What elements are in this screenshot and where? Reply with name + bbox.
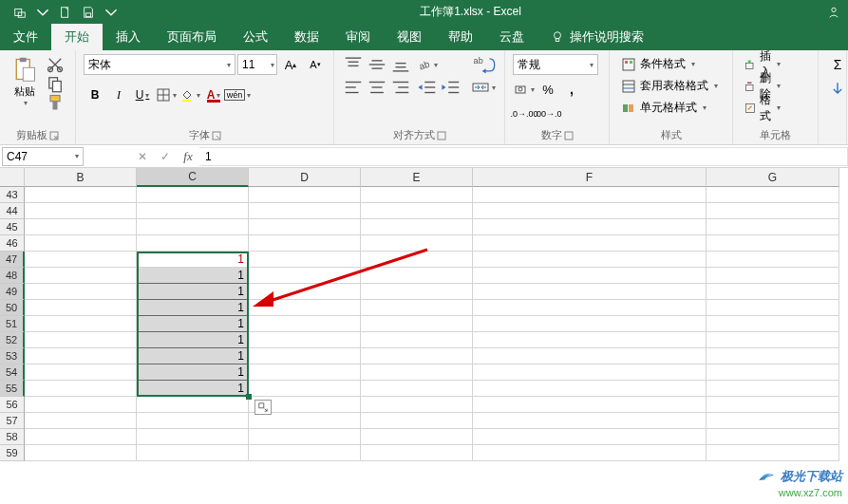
cell[interactable]: 1 — [137, 364, 249, 381]
cell[interactable]: 1 — [137, 316, 249, 332]
border-button[interactable]: ▾ — [155, 84, 178, 105]
row-header[interactable]: 52 — [0, 332, 25, 348]
cell[interactable] — [473, 203, 707, 219]
row-header[interactable]: 48 — [0, 268, 25, 284]
cell[interactable] — [25, 268, 137, 284]
row-header[interactable]: 45 — [0, 219, 25, 235]
cell[interactable] — [249, 316, 361, 332]
italic-button[interactable]: I — [107, 84, 130, 105]
autosum-icon[interactable]: Σ — [826, 54, 848, 75]
copy-button[interactable] — [46, 75, 65, 92]
share-icon[interactable] — [823, 2, 844, 23]
tab-cloud[interactable]: 云盘 — [486, 24, 537, 50]
save-icon[interactable] — [78, 2, 99, 23]
cell[interactable] — [25, 187, 137, 203]
cell[interactable] — [361, 348, 473, 364]
cell[interactable] — [249, 203, 361, 219]
qat-more-icon[interactable] — [101, 2, 122, 23]
format-cells-button[interactable]: 格式▾ — [741, 98, 784, 118]
cell[interactable] — [249, 381, 361, 397]
column-header[interactable]: D — [249, 168, 361, 187]
align-left-icon[interactable] — [342, 77, 365, 98]
cell[interactable] — [249, 268, 361, 284]
cell[interactable] — [473, 332, 707, 348]
cell[interactable] — [707, 413, 839, 429]
cell[interactable] — [473, 219, 707, 235]
cell[interactable] — [137, 429, 249, 445]
cell[interactable] — [249, 445, 361, 461]
formula-input[interactable]: 1 — [199, 147, 848, 166]
decrease-font-icon[interactable]: A▾ — [304, 54, 327, 75]
cell[interactable] — [473, 300, 707, 316]
cell[interactable] — [707, 445, 839, 461]
row-header[interactable]: 44 — [0, 203, 25, 219]
cell[interactable] — [361, 300, 473, 316]
dialog-launcher-icon[interactable] — [212, 131, 221, 140]
cell[interactable] — [361, 284, 473, 300]
cell[interactable] — [249, 348, 361, 364]
comma-icon[interactable]: , — [560, 79, 583, 100]
cell[interactable] — [137, 235, 249, 252]
cell[interactable] — [249, 284, 361, 300]
cell[interactable] — [473, 413, 707, 429]
cell[interactable] — [361, 364, 473, 381]
format-painter-button[interactable] — [46, 94, 65, 111]
cell[interactable] — [25, 219, 137, 235]
fill-icon[interactable] — [826, 79, 848, 100]
new-file-icon[interactable] — [55, 2, 76, 23]
tab-view[interactable]: 视图 — [384, 24, 435, 50]
cell[interactable] — [361, 413, 473, 429]
row-header[interactable]: 59 — [0, 445, 25, 461]
cell[interactable]: 1 — [137, 381, 249, 397]
cell[interactable] — [707, 219, 839, 235]
cell[interactable] — [707, 300, 839, 316]
cell[interactable] — [25, 397, 137, 413]
cell[interactable] — [707, 429, 839, 445]
cell[interactable] — [361, 445, 473, 461]
row-header[interactable]: 47 — [0, 252, 25, 268]
cell[interactable] — [473, 252, 707, 268]
increase-font-icon[interactable]: A▴ — [279, 54, 302, 75]
cell[interactable]: 1 — [137, 332, 249, 348]
cell[interactable] — [249, 235, 361, 252]
phonetic-button[interactable]: wén▾ — [226, 84, 249, 105]
cell[interactable] — [25, 445, 137, 461]
cell[interactable] — [249, 429, 361, 445]
cell[interactable] — [707, 348, 839, 364]
cell[interactable] — [473, 445, 707, 461]
cell[interactable] — [137, 445, 249, 461]
row-header[interactable]: 55 — [0, 381, 25, 397]
autofill-options-button[interactable] — [254, 400, 272, 415]
cell[interactable] — [473, 397, 707, 413]
cell[interactable] — [707, 235, 839, 252]
cell[interactable] — [361, 203, 473, 219]
cell[interactable]: 1 — [137, 300, 249, 316]
font-color-button[interactable]: A▾ — [202, 84, 225, 105]
cell[interactable] — [249, 252, 361, 268]
cell[interactable] — [361, 268, 473, 284]
cell[interactable] — [25, 284, 137, 300]
cancel-formula-button[interactable]: ✕ — [131, 147, 154, 166]
orientation-icon[interactable]: ab▾ — [416, 54, 439, 75]
tell-me-search[interactable]: 操作说明搜索 — [570, 28, 644, 46]
percent-icon[interactable]: % — [537, 79, 559, 100]
cell[interactable] — [361, 316, 473, 332]
cell[interactable] — [473, 268, 707, 284]
row-header[interactable]: 50 — [0, 300, 25, 316]
tab-home[interactable]: 开始 — [51, 24, 103, 50]
cell[interactable] — [473, 364, 707, 381]
number-format-select[interactable]: 常规▾ — [513, 54, 598, 75]
confirm-formula-button[interactable]: ✓ — [154, 147, 177, 166]
cell[interactable] — [25, 429, 137, 445]
cell[interactable] — [25, 203, 137, 219]
cell[interactable] — [361, 235, 473, 252]
fill-color-button[interactable]: ▾ — [179, 84, 201, 105]
cell[interactable] — [707, 316, 839, 332]
cell[interactable] — [25, 252, 137, 268]
row-header[interactable]: 54 — [0, 364, 25, 381]
cell[interactable] — [707, 203, 839, 219]
dialog-launcher-icon[interactable] — [49, 131, 59, 140]
tab-data[interactable]: 数据 — [281, 24, 332, 50]
decrease-indent-icon[interactable] — [416, 77, 439, 98]
tab-formula[interactable]: 公式 — [230, 24, 281, 50]
